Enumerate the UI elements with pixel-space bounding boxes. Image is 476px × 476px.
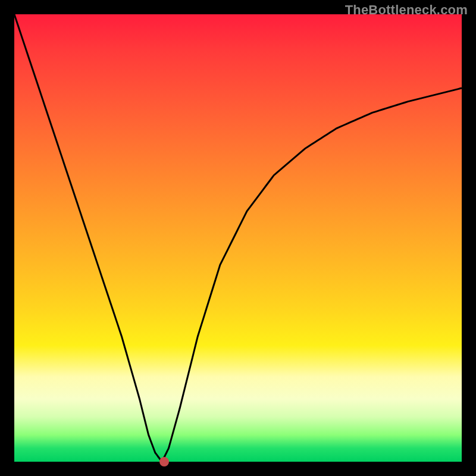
curve-layer: [14, 14, 462, 462]
min-marker: [159, 457, 169, 466]
bottleneck-curve: [14, 14, 462, 462]
chart-stage: TheBottleneck.com: [0, 0, 476, 476]
watermark-text: TheBottleneck.com: [345, 2, 468, 18]
plot-area: [14, 14, 462, 462]
